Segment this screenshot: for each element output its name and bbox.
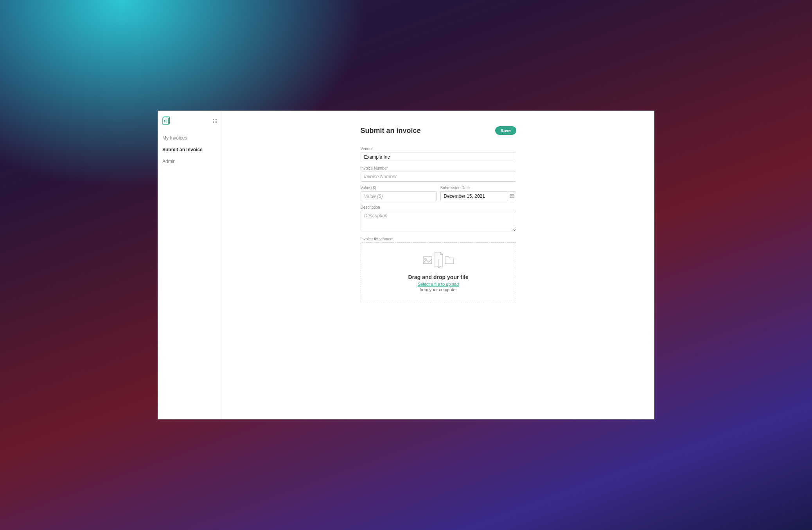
vendor-input[interactable] [361,152,516,162]
sidebar-item-admin[interactable]: Admin [158,156,222,167]
dropzone-icons [365,251,512,269]
date-input-wrapper [440,191,516,201]
invoice-number-input[interactable] [361,172,516,182]
sidebar-item-submit-invoice[interactable]: Submit an Invoice [158,144,222,156]
value-field: Value ($) [361,186,437,201]
svg-point-18 [425,258,426,260]
attachment-label: Invoice Attachment [361,237,516,241]
calendar-icon [510,193,514,199]
save-button[interactable]: Save [495,126,516,135]
attachment-field: Invoice Attachment [361,237,516,303]
date-picker-button[interactable] [508,191,516,201]
logo-icon: $ [162,116,171,127]
submission-date-input[interactable] [440,191,508,201]
sidebar: $ My Invoices Submit an Invoice Admin [158,111,222,419]
value-date-row: Value ($) Submission Date [361,186,516,205]
invoice-number-label: Invoice Number [361,166,516,170]
dropzone-title: Drag and drop your file [365,274,512,280]
form-header: Submit an invoice Save [361,126,516,135]
invoice-number-field: Invoice Number [361,166,516,182]
value-input[interactable] [361,191,437,201]
sidebar-nav: My Invoices Submit an Invoice Admin [158,132,222,167]
sidebar-item-my-invoices[interactable]: My Invoices [158,132,222,144]
sidebar-header: $ [158,116,222,132]
dropzone-subtitle: from your computer [365,287,512,292]
page-title: Submit an invoice [361,127,421,135]
description-field: Description [361,205,516,233]
main-content: Submit an invoice Save Vendor Invoice Nu… [222,111,654,419]
file-dropzone[interactable]: Drag and drop your file Select a file to… [361,242,516,303]
vendor-field: Vendor [361,147,516,162]
submission-date-label: Submission Date [440,186,516,190]
invoice-form: Submit an invoice Save Vendor Invoice Nu… [361,126,516,419]
submission-date-field: Submission Date [440,186,516,201]
vendor-label: Vendor [361,147,516,151]
description-label: Description [361,205,516,209]
select-file-link[interactable]: Select a file to upload [365,282,512,286]
app-window: $ My Invoices Submit an Invoice Admin Su… [158,111,654,419]
description-input[interactable] [361,211,516,231]
value-label: Value ($) [361,186,437,190]
apps-grid-icon[interactable] [213,119,217,123]
svg-text:$: $ [164,120,165,123]
